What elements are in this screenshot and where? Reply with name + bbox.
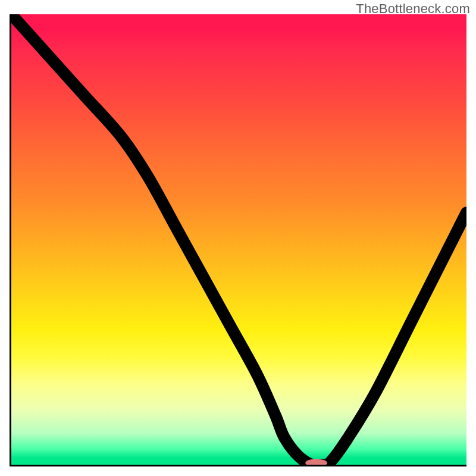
chart-container: TheBottleneck.com bbox=[0, 0, 476, 476]
watermark-text: TheBottleneck.com bbox=[356, 1, 470, 17]
plot-area bbox=[10, 14, 466, 466]
curve-layer bbox=[11, 14, 466, 465]
bottleneck-curve bbox=[11, 14, 466, 465]
